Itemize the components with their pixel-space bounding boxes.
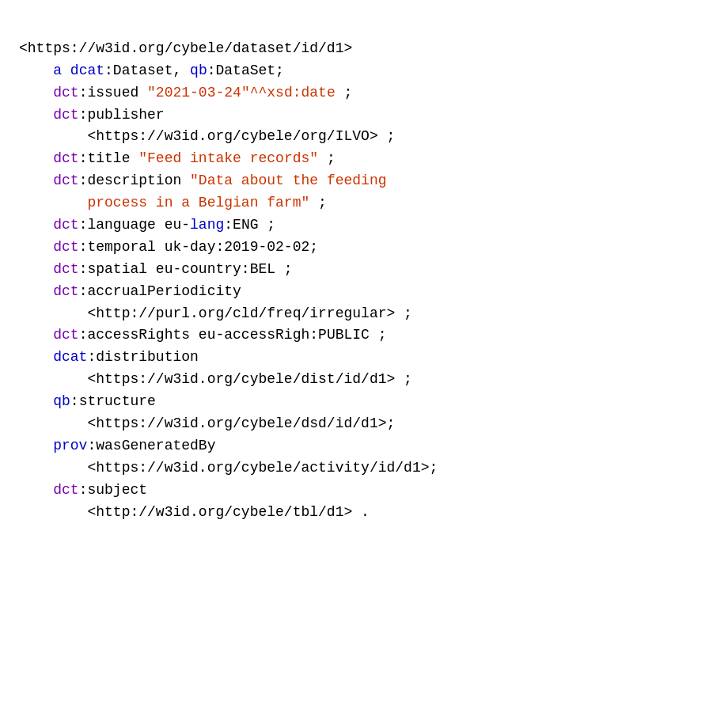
code-token: qb xyxy=(190,63,207,78)
code-token: ; xyxy=(309,195,327,210)
code-line: dcat:distribution xyxy=(19,347,709,369)
code-token: :structure xyxy=(70,393,156,409)
code-token xyxy=(19,393,53,409)
code-line: process in a Belgian farm" ; xyxy=(19,192,709,214)
code-token: qb xyxy=(53,393,70,409)
code-token: :DataSet; xyxy=(207,63,284,78)
code-line: <http://purl.org/cld/freq/irregular> ; xyxy=(19,303,709,325)
code-token xyxy=(62,63,70,78)
code-token xyxy=(19,173,53,188)
code-token: a xyxy=(53,63,62,78)
code-token xyxy=(19,63,53,78)
code-token: <https://w3id.org/cybele/org/ILVO> ; xyxy=(19,128,395,144)
code-token xyxy=(181,63,190,78)
code-token: prov xyxy=(53,438,87,453)
code-line: <https://w3id.org/cybele/dist/id/d1> ; xyxy=(19,369,709,391)
code-token: dct xyxy=(53,239,78,255)
code-token: :Dataset, xyxy=(104,63,181,78)
code-line: dct:publisher xyxy=(19,104,709,127)
code-token: dct xyxy=(53,261,78,277)
code-token xyxy=(19,283,53,299)
code-token: <http://purl.org/cld/freq/irregular> ; xyxy=(19,305,412,321)
code-token: :spatial eu-country:BEL ; xyxy=(79,261,293,277)
code-token xyxy=(138,85,147,101)
code-token: :publisher xyxy=(79,107,165,123)
code-token xyxy=(19,150,53,166)
code-line: <https://w3id.org/cybele/dsd/id/d1>; xyxy=(19,413,709,435)
code-token: <https://w3id.org/cybele/dist/id/d1> ; xyxy=(19,371,412,387)
code-token xyxy=(19,438,53,453)
code-token: :temporal uk-day:2019-02-02; xyxy=(79,239,318,255)
code-line: prov:wasGeneratedBy xyxy=(19,435,709,457)
code-token: ; xyxy=(318,150,336,166)
code-line: dct:accrualPeriodicity xyxy=(19,281,709,303)
code-line: <https://w3id.org/cybele/dataset/id/d1> xyxy=(19,38,709,60)
code-token: :title xyxy=(79,150,131,166)
code-token: :language xyxy=(79,217,156,233)
code-token: dct xyxy=(53,150,78,166)
code-token: ; xyxy=(336,85,353,101)
code-line: dct:description "Data about the feeding xyxy=(19,170,709,192)
code-token: dcat xyxy=(53,349,87,365)
code-token: :description xyxy=(79,173,182,188)
code-token: :accrualPeriodicity xyxy=(79,283,241,299)
code-token: dct xyxy=(53,283,78,299)
code-token: :distribution xyxy=(87,349,198,365)
code-token: <https://w3id.org/cybele/activity/id/d1>… xyxy=(19,460,438,476)
code-token: <https://w3id.org/cybele/dsd/id/d1>; xyxy=(19,415,395,431)
code-line: <http://w3id.org/cybele/tbl/d1> . xyxy=(19,502,709,524)
code-token: dct xyxy=(53,107,78,123)
code-line: dct:spatial eu-country:BEL ; xyxy=(19,259,709,281)
code-token: "Data about the feeding xyxy=(190,173,386,188)
code-token xyxy=(19,85,53,101)
code-token xyxy=(19,195,87,210)
code-line: dct:issued "2021-03-24"^^xsd:date ; xyxy=(19,82,709,104)
code-token: :ENG ; xyxy=(224,217,275,233)
code-token: :issued xyxy=(79,85,139,101)
code-token: :accessRights eu-accessRigh:PUBLIC ; xyxy=(79,327,387,343)
code-line: <https://w3id.org/cybele/org/ILVO> ; xyxy=(19,126,709,148)
code-line: <https://w3id.org/cybele/activity/id/d1>… xyxy=(19,457,709,480)
code-token: dct xyxy=(53,327,78,343)
code-token xyxy=(19,239,53,255)
code-line: dct:accessRights eu-accessRigh:PUBLIC ; xyxy=(19,324,709,347)
code-line: dct:language eu-lang:ENG ; xyxy=(19,214,709,237)
code-line: a dcat:Dataset, qb:DataSet; xyxy=(19,60,709,82)
code-line: dct:temporal uk-day:2019-02-02; xyxy=(19,237,709,259)
code-line: qb:structure xyxy=(19,391,709,413)
code-token: <https://w3id.org/cybele/dataset/id/d1> xyxy=(19,40,352,56)
code-token xyxy=(19,327,53,343)
code-token xyxy=(19,482,53,498)
code-token xyxy=(19,261,53,277)
code-token: :subject xyxy=(79,482,147,498)
code-line: dct:subject xyxy=(19,480,709,502)
code-token xyxy=(181,173,190,188)
code-token xyxy=(19,349,53,365)
code-token: "Feed intake records" xyxy=(138,150,318,166)
code-token: <http://w3id.org/cybele/tbl/d1> . xyxy=(19,504,370,520)
code-token: eu- xyxy=(156,217,190,233)
code-token: dct xyxy=(53,482,78,498)
code-token: :wasGeneratedBy xyxy=(87,438,215,453)
code-token: lang xyxy=(190,217,224,233)
code-line: dct:title "Feed intake records" ; xyxy=(19,148,709,170)
code-token xyxy=(19,217,53,233)
code-token: dct xyxy=(53,85,78,101)
code-token: process in a Belgian farm" xyxy=(87,195,309,210)
code-token xyxy=(19,107,53,123)
code-token: "2021-03-24"^^xsd:date xyxy=(147,85,336,101)
code-token: dcat xyxy=(70,63,104,78)
rdf-code-block: <https://w3id.org/cybele/dataset/id/d1> … xyxy=(19,16,709,523)
code-token xyxy=(130,150,138,166)
code-token: dct xyxy=(53,173,78,188)
code-token: dct xyxy=(53,217,78,233)
